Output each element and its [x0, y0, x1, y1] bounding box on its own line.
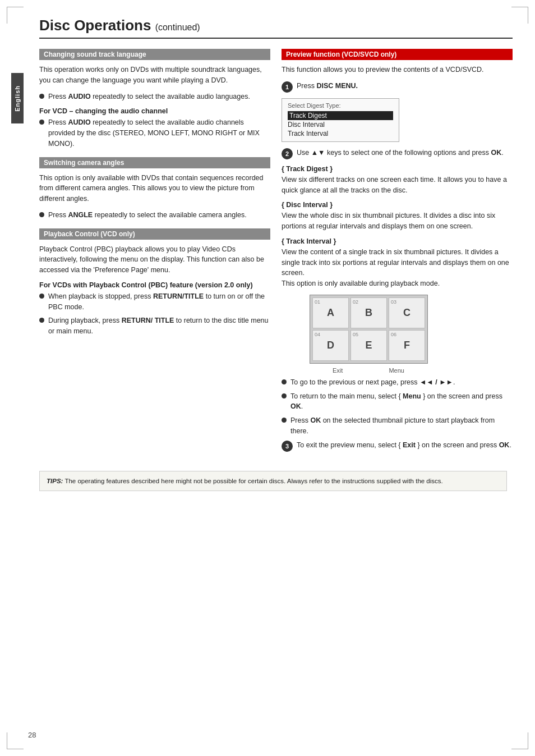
option-track-interval-title: { Track Interval }: [282, 237, 513, 245]
menu-title: Select Digest Type:: [288, 102, 393, 109]
option-track-interval-body: View the content of a single track in si…: [282, 247, 513, 289]
page-number: 28: [28, 731, 36, 739]
step-2-number: 2: [282, 148, 293, 159]
step-1-number: 1: [282, 81, 293, 93]
sound-track-body: This operation works only on DVDs with m…: [39, 65, 270, 86]
thumb-cell-5: 05E: [350, 330, 387, 361]
step-1-content: Press DISC MENU.: [297, 81, 513, 91]
option-track-digest-body: View six different tracks on one screen …: [282, 175, 513, 196]
section-camera-angles: Switching camera angles This option is o…: [39, 157, 270, 221]
camera-angles-body: This option is only available with DVDs …: [39, 173, 270, 204]
bullet-dot: [282, 379, 287, 384]
option-disc-interval-body: View the whole disc in six thumbnail pic…: [282, 210, 513, 232]
playback-control-header: Playback Control (VCD only): [39, 228, 270, 240]
section-playback-control: Playback Control (VCD only) Playback Con…: [39, 228, 270, 337]
step-3-number: 3: [282, 441, 293, 452]
preview-header: Preview function (VCD/SVCD only): [282, 49, 513, 60]
bullet-dot: [282, 418, 287, 423]
playback-control-body: Playback Control (PBC) playback allows y…: [39, 244, 270, 276]
camera-angles-header: Switching camera angles: [39, 157, 270, 168]
section-preview: Preview function (VCD/SVCD only) This fu…: [282, 49, 513, 452]
step-2-row: 2 Use ▲▼ keys to select one of the follo…: [282, 148, 513, 159]
step-3-content: To exit the preview menu, select { Exit …: [297, 440, 513, 451]
thumbnail-grid: 01A 02B 03C 04D 05E 06F: [310, 295, 428, 364]
preview-body: This function allows you to preview the …: [282, 65, 513, 75]
bullet-dot: [39, 318, 44, 323]
option-disc-interval-title: { Disc Interval }: [282, 201, 513, 209]
thumb-cell-4: 04D: [312, 330, 349, 361]
thumb-cell-1: 01A: [312, 297, 349, 328]
step-2-content: Use ▲▼ keys to select one of the followi…: [297, 148, 513, 158]
step-3-row: 3 To exit the preview menu, select { Exi…: [282, 440, 513, 452]
bullet-dot: [39, 212, 44, 217]
left-column: Changing sound track language This opera…: [39, 49, 270, 460]
vcd-audio-subheading: For VCD – changing the audio channel: [39, 107, 270, 115]
thumb-footer: Exit Menu: [310, 367, 427, 374]
bullet-dot: [39, 120, 44, 125]
page-title: Disc Operations (continued): [39, 17, 513, 39]
bullet-dot: [282, 393, 287, 398]
option-track-digest-title: { Track Digest }: [282, 165, 513, 173]
tips-box: TIPS: The operating features described h…: [39, 471, 507, 491]
thumb-cell-6: 06F: [389, 330, 425, 361]
return-title-bullet-2: During playback, press RETURN/ TITLE to …: [39, 315, 270, 337]
bullet-dot: [39, 294, 44, 299]
step-1-row: 1 Press DISC MENU.: [282, 81, 513, 93]
angle-bullet: Press ANGLE repeatedly to select the ava…: [39, 210, 270, 221]
thumb-menu-label: Menu: [389, 367, 404, 374]
title-text: Disc Operations: [39, 17, 151, 34]
thumb-cell-3: 03C: [389, 297, 425, 328]
sound-track-header: Changing sound track language: [39, 49, 270, 60]
menu-item-disc-interval: Disc Interval: [288, 120, 393, 129]
right-column: Preview function (VCD/SVCD only) This fu…: [282, 49, 513, 460]
return-title-bullet-1: When playback is stopped, press RETURN/T…: [39, 291, 270, 313]
bullet-dot: [39, 94, 44, 99]
vcd-pbc-subheading: For VCDs with Playback Control (PBC) fea…: [39, 281, 270, 289]
section-sound-track: Changing sound track language This opera…: [39, 49, 270, 149]
thumb-cell-2: 02B: [350, 297, 387, 328]
audio-bullet-2: Press AUDIO repeatedly to select the ava…: [39, 117, 270, 149]
audio-bullet-1: Press AUDIO repeatedly to select the ava…: [39, 91, 270, 102]
menu-item-track-interval: Track Interval: [288, 129, 393, 138]
title-continued: (continued): [155, 22, 200, 32]
menu-item-track-digest: Track Digest: [288, 111, 393, 120]
nav-bullet: To go to the previous or next page, pres…: [282, 377, 513, 388]
ok-bullet: Press OK on the selected thumbnail pictu…: [282, 415, 513, 437]
thumb-exit-label: Exit: [333, 367, 343, 374]
menu-bullet: To return to the main menu, select { Men…: [282, 391, 513, 413]
tips-label: TIPS:: [47, 478, 63, 484]
tips-text: The operating features described here mi…: [64, 478, 442, 484]
digest-menu-box: Select Digest Type: Track Digest Disc In…: [282, 98, 399, 142]
